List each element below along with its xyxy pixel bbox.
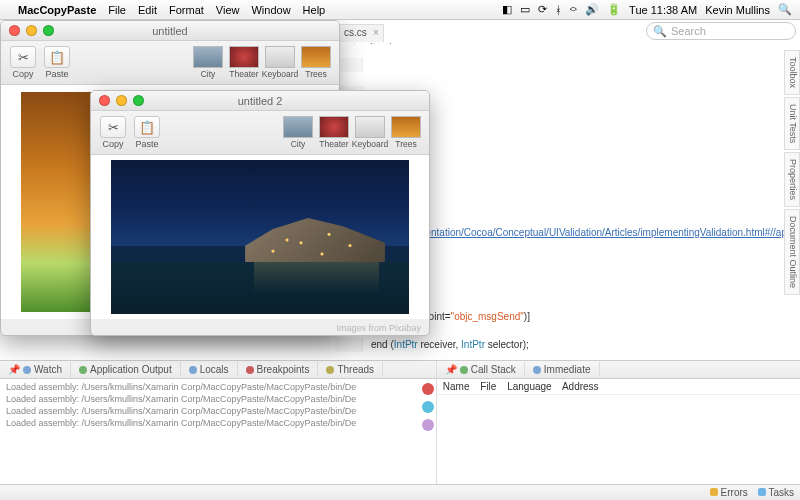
image-area [91, 155, 429, 319]
paste-button[interactable]: 📋Paste [131, 114, 163, 152]
vtab-toolbox[interactable]: Toolbox [784, 50, 800, 95]
misc-indicator-icon[interactable] [422, 419, 434, 431]
status-icon[interactable]: ◧ [502, 3, 512, 16]
tab-threads[interactable]: Threads [318, 362, 383, 377]
app-window-2: untitled 2 ✂Copy 📋Paste City Theater Key… [90, 90, 430, 336]
errors-label[interactable]: Errors [721, 487, 748, 498]
wifi-icon[interactable]: ⌔ [570, 4, 577, 16]
thumb-city[interactable]: City [281, 116, 315, 149]
vtab-properties[interactable]: Properties [784, 152, 800, 207]
menu-view[interactable]: View [216, 4, 240, 16]
spotlight-icon[interactable]: 🔍 [778, 3, 792, 16]
copy-button[interactable]: ✂Copy [97, 114, 129, 152]
search-placeholder: Search [671, 25, 706, 37]
breakpoints-dot-icon [246, 366, 254, 374]
titlebar[interactable]: untitled 2 [91, 91, 429, 111]
menu-file[interactable]: File [108, 4, 126, 16]
tasks-icon [758, 488, 766, 496]
window-title: untitled [1, 25, 339, 37]
keyboard-image [265, 46, 295, 68]
toolbar: ✂Copy 📋Paste City Theater Keyboard Trees [91, 111, 429, 155]
clipboard-icon: 📋 [134, 116, 160, 138]
tab-app-output[interactable]: Application Output [71, 362, 181, 377]
errors-icon [710, 488, 718, 496]
pin-icon: 📌 [8, 364, 20, 375]
vtab-document-outline[interactable]: Document Outline [784, 209, 800, 295]
tab-callstack[interactable]: 📌Call Stack [437, 362, 525, 377]
copy-button[interactable]: ✂Copy [7, 44, 39, 82]
paste-button[interactable]: 📋Paste [41, 44, 73, 82]
scissors-icon: ✂ [10, 46, 36, 68]
thumb-theater[interactable]: Theater [317, 116, 351, 149]
search-icon: 🔍 [653, 25, 667, 38]
error-indicator-icon[interactable] [422, 383, 434, 395]
output-line: Loaded assembly: /Users/kmullins/Xamarin… [6, 381, 430, 393]
search-input[interactable]: 🔍 Search [646, 22, 796, 40]
output-body[interactable]: Loaded assembly: /Users/kmullins/Xamarin… [0, 379, 436, 484]
keyboard-image [355, 116, 385, 138]
city-image [283, 116, 313, 138]
bluetooth-icon[interactable]: ᚼ [555, 4, 562, 16]
output-line: Loaded assembly: /Users/kmullins/Xamarin… [6, 417, 430, 429]
watch-dot-icon [23, 366, 31, 374]
menu-format[interactable]: Format [169, 4, 204, 16]
thumb-keyboard[interactable]: Keyboard [263, 46, 297, 79]
tab-immediate[interactable]: Immediate [525, 362, 600, 377]
theater-image [229, 46, 259, 68]
pin-icon: 📌 [445, 364, 457, 375]
output-line: Loaded assembly: /Users/kmullins/Xamarin… [6, 405, 430, 417]
mac-menubar: MacCopyPaste File Edit Format View Windo… [0, 0, 800, 20]
display-icon[interactable]: ▭ [520, 3, 530, 16]
city-image [193, 46, 223, 68]
close-icon[interactable]: × [373, 27, 379, 38]
sync-icon[interactable]: ⟳ [538, 3, 547, 16]
callstack-body[interactable] [437, 395, 800, 484]
clock[interactable]: Tue 11:38 AM [629, 4, 697, 16]
theater-image [319, 116, 349, 138]
output-dot-icon [79, 366, 87, 374]
thumb-city[interactable]: City [191, 46, 225, 79]
tasks-label[interactable]: Tasks [768, 487, 794, 498]
editor-tab[interactable]: cs.cs × [335, 24, 384, 42]
output-line: Loaded assembly: /Users/kmullins/Xamarin… [6, 393, 430, 405]
scissors-icon: ✂ [100, 116, 126, 138]
bottom-panels: 📌Watch Application Output Locals Breakpo… [0, 360, 800, 484]
trees-image [391, 116, 421, 138]
menu-edit[interactable]: Edit [138, 4, 157, 16]
bottom-left-tabs: 📌Watch Application Output Locals Breakpo… [0, 361, 436, 379]
toolbar: ✂Copy 📋Paste City Theater Keyboard Trees [1, 41, 339, 85]
right-tool-tabs: Toolbox Unit Tests Properties Document O… [784, 50, 800, 297]
menu-window[interactable]: Window [251, 4, 290, 16]
thumb-theater[interactable]: Theater [227, 46, 261, 79]
tab-watch[interactable]: 📌Watch [0, 362, 71, 377]
window-title: untitled 2 [91, 95, 429, 107]
menu-help[interactable]: Help [303, 4, 326, 16]
titlebar[interactable]: untitled [1, 21, 339, 41]
clipboard-icon: 📋 [44, 46, 70, 68]
thumb-trees[interactable]: Trees [389, 116, 423, 149]
user-name[interactable]: Kevin Mullins [705, 4, 770, 16]
main-image-italy [111, 160, 408, 314]
volume-icon[interactable]: 🔊 [585, 3, 599, 16]
trees-image [301, 46, 331, 68]
info-indicator-icon[interactable] [422, 401, 434, 413]
thumb-keyboard[interactable]: Keyboard [353, 116, 387, 149]
col-address[interactable]: Address [562, 381, 599, 392]
callstack-dot-icon [460, 366, 468, 374]
callstack-columns: Name File Language Address [437, 379, 800, 395]
bottom-right-tabs: 📌Call Stack Immediate [437, 361, 800, 379]
battery-icon[interactable]: 🔋 [607, 3, 621, 16]
immediate-dot-icon [533, 366, 541, 374]
status-bar: Errors Tasks [0, 484, 800, 500]
col-name[interactable]: Name [443, 381, 470, 392]
threads-dot-icon [326, 366, 334, 374]
app-name[interactable]: MacCopyPaste [18, 4, 96, 16]
col-file[interactable]: File [480, 381, 496, 392]
thumb-trees[interactable]: Trees [299, 46, 333, 79]
vtab-unit-tests[interactable]: Unit Tests [784, 97, 800, 150]
locals-dot-icon [189, 366, 197, 374]
col-language[interactable]: Language [507, 381, 552, 392]
tab-breakpoints[interactable]: Breakpoints [238, 362, 319, 377]
tab-locals[interactable]: Locals [181, 362, 238, 377]
credit-label: Images from Pixabay [336, 323, 421, 333]
